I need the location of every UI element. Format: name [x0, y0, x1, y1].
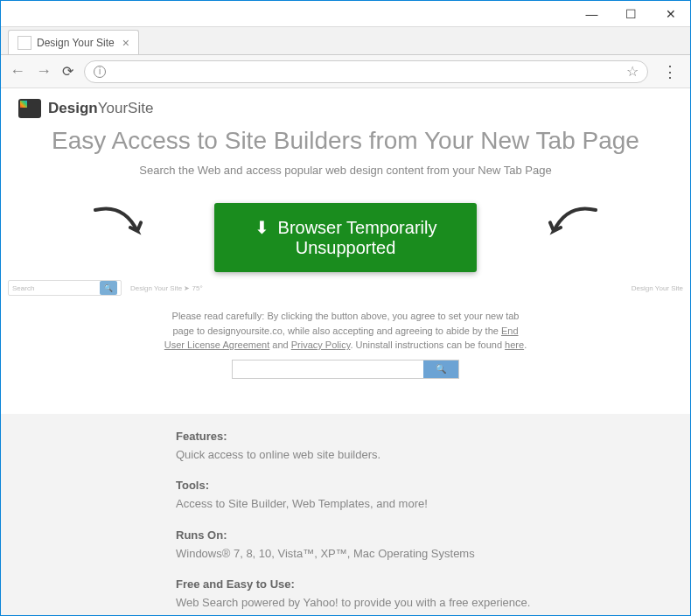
hero-section: ⬇Browser Temporarily Unsupported Search … [1, 194, 690, 414]
close-button[interactable]: ✕ [651, 1, 690, 27]
tab-bar: Design Your Site × [1, 27, 690, 55]
feature-text: Quick access to online web site builders… [176, 446, 561, 464]
cta-line1: Browser Temporarily [278, 218, 437, 237]
cta-button[interactable]: ⬇Browser Temporarily Unsupported [214, 203, 477, 272]
address-bar: ← → ⟳ i ☆ ⋮ [1, 55, 690, 88]
features-section: Features: Quick access to online web sit… [1, 414, 690, 616]
arrow-right-icon [533, 203, 603, 259]
mock-search-placeholder: Search [12, 284, 34, 292]
tab-title: Design Your Site [37, 37, 115, 49]
feature-title: Tools: [176, 479, 690, 492]
logo-text: DesignYourSite [48, 100, 153, 117]
feature-title: Free and Easy to Use: [176, 578, 690, 591]
url-box[interactable]: i ☆ [84, 60, 648, 83]
page-subhead: Search the Web and access popular web de… [1, 164, 690, 194]
page-icon [17, 36, 31, 50]
url-input[interactable] [113, 65, 626, 78]
browser-tab[interactable]: Design Your Site × [8, 30, 139, 54]
disclaimer-text: Please read carefully: By clicking the b… [162, 309, 529, 353]
privacy-link[interactable]: Privacy Policy [291, 340, 351, 350]
window-titlebar: — ☐ ✕ [1, 1, 690, 27]
mock-right: Design Your Site [632, 284, 683, 292]
logo-icon [18, 99, 41, 118]
page-headline: Easy Access to Site Builders from Your N… [1, 123, 690, 164]
feature-title: Features: [176, 430, 690, 443]
small-search-input[interactable] [233, 360, 423, 378]
feature-block: Runs On: Windows® 7, 8, 10, Vista™, XP™,… [176, 528, 690, 563]
mock-links: Design Your Site ➤ 75° [130, 284, 203, 292]
reload-button[interactable]: ⟳ [62, 63, 73, 80]
back-button[interactable]: ← [10, 62, 25, 80]
mock-search-button-icon: 🔍 [100, 281, 117, 295]
page-content: DesignYourSite Easy Access to Site Build… [1, 88, 690, 615]
download-icon: ⬇ [255, 218, 269, 237]
feature-text: Windows® 7, 8, 10, Vista™, XP™, Mac Oper… [176, 545, 561, 563]
browser-window: — ☐ ✕ Design Your Site × ← → ⟳ i ☆ ⋮ Des… [0, 0, 691, 616]
arrow-left-icon [88, 203, 158, 259]
maximize-button[interactable]: ☐ [611, 1, 651, 27]
info-icon[interactable]: i [94, 66, 106, 78]
mock-toolbar: Search 🔍 Design Your Site ➤ 75° Design Y… [1, 277, 690, 298]
here-link[interactable]: here [505, 340, 524, 350]
feature-block: Free and Easy to Use: Web Search powered… [176, 578, 690, 612]
small-search: 🔍 [232, 360, 459, 379]
site-logo: DesignYourSite [1, 88, 690, 123]
feature-title: Runs On: [176, 528, 690, 542]
feature-block: Features: Quick access to online web sit… [176, 430, 690, 464]
feature-text: Access to Site Builder, Web Templates, a… [176, 495, 561, 513]
minimize-button[interactable]: — [572, 1, 611, 27]
feature-block: Tools: Access to Site Builder, Web Templ… [176, 479, 690, 513]
tab-close-icon[interactable]: × [122, 36, 129, 50]
mock-search: Search 🔍 [8, 280, 122, 296]
small-search-button[interactable]: 🔍 [423, 360, 458, 378]
feature-text: Web Search powered by Yahoo! to provide … [176, 594, 561, 612]
cta-line2: Unsupported [296, 238, 396, 257]
bookmark-star-icon[interactable]: ☆ [626, 63, 639, 80]
forward-button[interactable]: → [36, 62, 52, 80]
menu-button[interactable]: ⋮ [659, 62, 681, 81]
